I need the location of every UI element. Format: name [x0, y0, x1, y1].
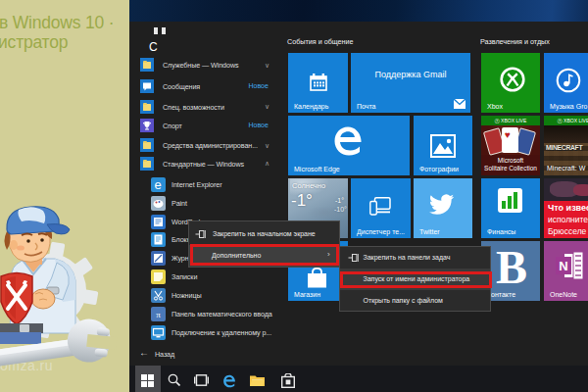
svg-text:π: π — [156, 310, 161, 319]
svg-text:N: N — [559, 259, 567, 273]
